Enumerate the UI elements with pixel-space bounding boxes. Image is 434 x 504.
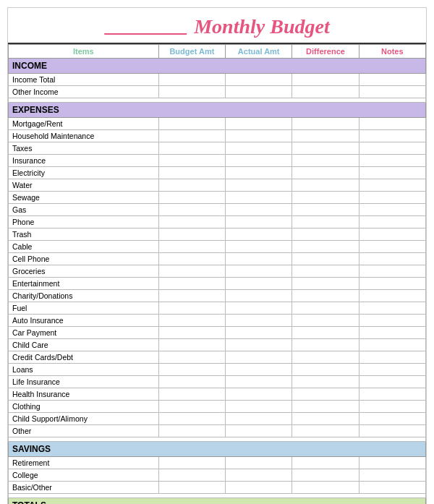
cell-expense-11-diff[interactable]	[292, 253, 359, 265]
cell-expense-24-actual[interactable]	[226, 413, 292, 425]
cell-expense-15-diff[interactable]	[292, 302, 359, 315]
cell-expense-1-notes[interactable]	[359, 130, 425, 142]
cell-expense-22-notes[interactable]	[359, 388, 425, 401]
cell-expense-23-budget[interactable]	[158, 401, 225, 413]
cell-other-income-budget[interactable]	[158, 86, 225, 98]
cell-expense-10-diff[interactable]	[292, 241, 359, 253]
cell-expense-2-diff[interactable]	[292, 142, 359, 155]
cell-expense-21-actual[interactable]	[226, 376, 292, 388]
cell-other-income-notes[interactable]	[359, 86, 425, 98]
cell-expense-9-diff[interactable]	[292, 228, 359, 241]
cell-expense-11-notes[interactable]	[359, 253, 425, 265]
cell-expense-19-notes[interactable]	[359, 351, 425, 364]
cell-expense-17-diff[interactable]	[292, 327, 359, 339]
cell-expense-10-actual[interactable]	[226, 241, 292, 253]
cell-expense-23-notes[interactable]	[359, 401, 425, 413]
cell-expense-15-budget[interactable]	[158, 302, 225, 315]
cell-other-income-actual[interactable]	[226, 86, 292, 98]
cell-expense-2-budget[interactable]	[158, 142, 225, 155]
cell-expense-14-notes[interactable]	[359, 290, 425, 302]
cell-expense-21-notes[interactable]	[359, 376, 425, 388]
cell-expense-24-budget[interactable]	[158, 413, 225, 425]
cell-expense-20-budget[interactable]	[158, 364, 225, 376]
cell-expense-11-budget[interactable]	[158, 253, 225, 265]
cell-expense-24-diff[interactable]	[292, 413, 359, 425]
cell-expense-3-budget[interactable]	[158, 155, 225, 167]
cell-expense-10-notes[interactable]	[359, 241, 425, 253]
cell-expense-21-budget[interactable]	[158, 376, 225, 388]
cell-expense-3-diff[interactable]	[292, 155, 359, 167]
cell-expense-18-budget[interactable]	[158, 339, 225, 351]
cell-expense-7-budget[interactable]	[158, 204, 225, 216]
cell-expense-4-budget[interactable]	[158, 167, 225, 179]
cell-expense-16-budget[interactable]	[158, 315, 225, 327]
cell-expense-22-actual[interactable]	[226, 388, 292, 401]
cell-expense-6-notes[interactable]	[359, 192, 425, 204]
cell-expense-5-notes[interactable]	[359, 179, 425, 192]
cell-expense-8-actual[interactable]	[226, 216, 292, 228]
cell-expense-16-diff[interactable]	[292, 315, 359, 327]
cell-expense-9-budget[interactable]	[158, 228, 225, 241]
cell-expense-18-diff[interactable]	[292, 339, 359, 351]
cell-savings-0-diff[interactable]	[292, 457, 359, 469]
cell-expense-25-actual[interactable]	[226, 425, 292, 437]
cell-expense-17-notes[interactable]	[359, 327, 425, 339]
cell-expense-6-budget[interactable]	[158, 192, 225, 204]
cell-expense-15-notes[interactable]	[359, 302, 425, 315]
cell-savings-2-budget[interactable]	[158, 482, 225, 494]
cell-expense-18-notes[interactable]	[359, 339, 425, 351]
cell-expense-22-diff[interactable]	[292, 388, 359, 401]
cell-expense-1-diff[interactable]	[292, 130, 359, 142]
cell-expense-13-diff[interactable]	[292, 278, 359, 290]
cell-expense-17-actual[interactable]	[226, 327, 292, 339]
cell-income-total-actual[interactable]	[226, 74, 292, 86]
cell-savings-2-diff[interactable]	[292, 482, 359, 494]
cell-expense-25-notes[interactable]	[359, 425, 425, 437]
cell-expense-12-budget[interactable]	[158, 265, 225, 278]
cell-income-total-budget[interactable]	[158, 74, 225, 86]
cell-expense-7-diff[interactable]	[292, 204, 359, 216]
cell-expense-3-actual[interactable]	[226, 155, 292, 167]
cell-expense-17-budget[interactable]	[158, 327, 225, 339]
cell-expense-9-notes[interactable]	[359, 228, 425, 241]
cell-expense-24-notes[interactable]	[359, 413, 425, 425]
cell-expense-13-notes[interactable]	[359, 278, 425, 290]
cell-expense-12-actual[interactable]	[226, 265, 292, 278]
cell-expense-10-budget[interactable]	[158, 241, 225, 253]
cell-savings-1-notes[interactable]	[359, 469, 425, 482]
cell-expense-2-actual[interactable]	[226, 142, 292, 155]
cell-savings-0-notes[interactable]	[359, 457, 425, 469]
cell-savings-0-budget[interactable]	[158, 457, 225, 469]
cell-savings-2-notes[interactable]	[359, 482, 425, 494]
cell-expense-4-actual[interactable]	[226, 167, 292, 179]
cell-expense-21-diff[interactable]	[292, 376, 359, 388]
cell-income-total-notes[interactable]	[359, 74, 425, 86]
cell-expense-11-actual[interactable]	[226, 253, 292, 265]
cell-expense-25-diff[interactable]	[292, 425, 359, 437]
cell-expense-3-notes[interactable]	[359, 155, 425, 167]
cell-expense-5-budget[interactable]	[158, 179, 225, 192]
cell-expense-16-notes[interactable]	[359, 315, 425, 327]
cell-expense-0-diff[interactable]	[292, 118, 359, 130]
cell-expense-5-actual[interactable]	[226, 179, 292, 192]
cell-income-total-diff[interactable]	[292, 74, 359, 86]
cell-expense-25-budget[interactable]	[158, 425, 225, 437]
cell-expense-0-notes[interactable]	[359, 118, 425, 130]
cell-expense-13-actual[interactable]	[226, 278, 292, 290]
cell-expense-1-budget[interactable]	[158, 130, 225, 142]
cell-other-income-diff[interactable]	[292, 86, 359, 98]
cell-expense-19-diff[interactable]	[292, 351, 359, 364]
cell-expense-5-diff[interactable]	[292, 179, 359, 192]
cell-expense-4-notes[interactable]	[359, 167, 425, 179]
cell-expense-14-actual[interactable]	[226, 290, 292, 302]
cell-expense-2-notes[interactable]	[359, 142, 425, 155]
cell-expense-23-diff[interactable]	[292, 401, 359, 413]
cell-expense-8-diff[interactable]	[292, 216, 359, 228]
cell-expense-8-budget[interactable]	[158, 216, 225, 228]
cell-expense-12-notes[interactable]	[359, 265, 425, 278]
cell-expense-14-diff[interactable]	[292, 290, 359, 302]
cell-expense-22-budget[interactable]	[158, 388, 225, 401]
cell-expense-0-actual[interactable]	[226, 118, 292, 130]
cell-expense-14-budget[interactable]	[158, 290, 225, 302]
cell-savings-0-actual[interactable]	[226, 457, 292, 469]
